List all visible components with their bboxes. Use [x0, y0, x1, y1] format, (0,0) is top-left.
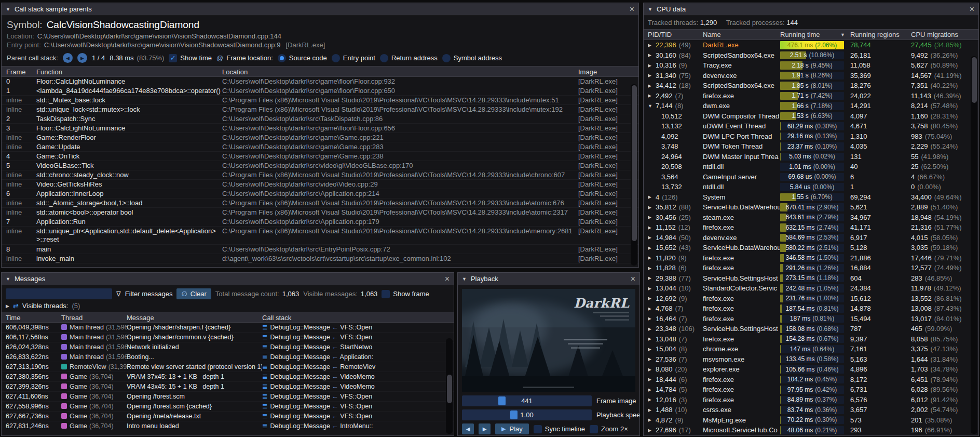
callstack-frame-row[interactable]: inlineVideo::GetTicksHiResC:\Users\wolf\… [2, 180, 638, 189]
cpu-process-row[interactable]: ▶10,316(9)Tracy.exe2.18 s(9.45%)11,0585,… [644, 60, 978, 71]
scrollbar-thumb[interactable] [632, 85, 637, 241]
close-icon[interactable]: × [445, 275, 450, 283]
message-callstack-link[interactable]: ≣DebugLog::Message ← VFS::Open [262, 323, 454, 332]
close-icon[interactable]: × [630, 5, 634, 14]
cpu-process-row[interactable]: ▶27,536(7)msvsmon.exe133.45 ms(0.58%)5,1… [644, 354, 978, 365]
close-icon[interactable]: × [970, 5, 974, 14]
expand-arrow-icon[interactable]: ▶ [648, 245, 653, 250]
message-filter-input[interactable] [6, 288, 112, 299]
message-row[interactable]: 627,380,356nsGame(36,704)VRAM 37x45: 13 … [2, 372, 454, 382]
next-callstack-button[interactable]: ▶ [77, 53, 87, 63]
message-callstack-link[interactable]: ≣DebugLog::Message ← VFS::Open [262, 333, 454, 342]
cpu-process-row[interactable]: ▶13,048(7)firefox.exe154.28 ms(0.67%)9,3… [644, 334, 978, 345]
callstack-frame-row[interactable]: inlinestd::_Mutex_base::lockC:\Program F… [2, 96, 638, 105]
message-callstack-link[interactable]: ≣DebugLog::Message ← VFS::Open [262, 412, 454, 421]
message-callstack-link[interactable]: ≣DebugLog::Message ← VideoMemo [262, 382, 454, 391]
cpu-process-row[interactable]: ▼7,144(8)dwm.exe1.66 s(7.18%)14,2918,214… [644, 101, 978, 111]
callstack-frame-row[interactable]: 0Floor::CalcLightNoLuminanceC:\Users\wol… [2, 77, 638, 86]
message-callstack-link[interactable]: ≣DebugLog::Message ← Application: [262, 352, 454, 362]
cpu-process-row[interactable]: ▶4,768(7)firefox.exe187.54 ms(0.81%)14,8… [644, 303, 978, 314]
checkbox-checked-icon[interactable]: ✓ [169, 54, 177, 62]
cpu-process-row[interactable]: 10,512DWM Compositor Thread1.53 s(6.63%)… [644, 111, 978, 122]
collapse-arrow-icon[interactable]: ▼ [6, 7, 10, 12]
cpu-titlebar[interactable]: ▼ CPU data × [644, 3, 978, 16]
collapse-arrow-icon[interactable]: ▼ [6, 276, 10, 282]
col-name[interactable]: Name [703, 31, 780, 38]
callstack-frame-row[interactable]: 3Floor::CalcLightNoLuminanceC:\Users\wol… [2, 124, 638, 133]
next-frame-button[interactable]: ▶ [479, 423, 491, 434]
col-cpu-migrations[interactable]: CPU migrations [911, 31, 978, 38]
expand-arrow-icon[interactable]: ▶ [648, 417, 653, 422]
callstack-frame-row[interactable]: inlineGame::UpdateC:\Users\wolf\Desktop\… [2, 142, 638, 152]
cpu-process-row[interactable]: 4,092DWM LPC Port Thread29.16 ms(0.13%)1… [644, 131, 978, 142]
expand-arrow-icon[interactable]: ▶ [648, 428, 653, 433]
col-running-time[interactable]: Running time▼ [780, 31, 850, 38]
checkbox-icon[interactable] [382, 290, 390, 298]
callstack-frame-row[interactable]: 1<lambda_84a19dc444fae966ca174e83e708bdc… [2, 86, 638, 96]
cpu-process-row[interactable]: ▶11,152(12)firefox.exe632.15 ms(2.74%)41… [644, 222, 978, 233]
close-icon[interactable]: × [631, 275, 635, 283]
callstack-frame-row[interactable]: inlinestd::unique_ptr<Application,std::d… [2, 227, 638, 245]
message-callstack-link[interactable]: ≣DebugLog::Message ← RemoteViev [262, 362, 454, 372]
message-row[interactable]: 627,399,326nsGame(36,704)VRAM 43x45: 15 … [2, 382, 454, 392]
play-button[interactable]: ▶ Play [495, 423, 529, 434]
callstack-frame-row[interactable]: 2TaskDispatch::SyncC:\Users\wolf\Desktop… [2, 114, 638, 124]
message-row[interactable]: 626,024,328nsMain thread(31,596)Network … [2, 342, 454, 352]
radio-entry-point[interactable]: Entry point [332, 54, 375, 62]
cpu-process-row[interactable]: 20,508ntdll.dll1.01 ms(0.00%)4025(62.50%… [644, 162, 978, 172]
expand-arrow-icon[interactable]: ▶ [648, 73, 653, 78]
playback-speed-slider[interactable]: 1.00 [462, 409, 592, 420]
cpu-process-row[interactable]: ▶14,984(50)devenv.exe584.69 ms(2.53%)6,9… [644, 233, 978, 243]
col-running-regions[interactable]: Running regions [850, 31, 911, 38]
expand-arrow-icon[interactable]: ▶ [648, 225, 653, 230]
cpu-process-row[interactable]: ▶15,652(43)ServiceHub.DataWarehou580.22 … [644, 243, 978, 253]
expand-arrow-icon[interactable]: ▶ [648, 43, 653, 48]
callstack-frame-row[interactable]: inlinestd::_Atomic_storage<bool,1>::load… [2, 198, 638, 208]
col-pid-tid[interactable]: PID/TID [648, 31, 703, 38]
radio-selected-icon[interactable] [278, 54, 286, 62]
cpu-process-row[interactable]: ▶16,464(7)firefox.exe187 ms(0.81%)15,494… [644, 314, 978, 324]
expand-arrow-icon[interactable]: ▶ [648, 286, 653, 291]
cpu-process-row[interactable]: 24,964DWM Master Input Threa5.03 ms(0.02… [644, 152, 978, 162]
message-row[interactable]: 627,558,996nsGame(36,704)Opening /forest… [2, 402, 454, 412]
callstack-frame-row[interactable]: 8mainC:\Users\wolf\Desktop\darkrl\src\En… [2, 245, 638, 254]
cpu-process-row[interactable]: ▶4(126)System1.55 s(6.70%)69,29434,400(4… [644, 192, 978, 203]
callstack-frame-row[interactable]: inlinestd::chrono::steady_clock::nowC:\P… [2, 170, 638, 180]
cpu-process-row[interactable]: ▶30,160(84)ScriptedSandbox64.exe2.51 s(1… [644, 50, 978, 61]
cpu-process-row[interactable]: ▶23,348(106)ServiceHub.SettingsHost158.0… [644, 324, 978, 334]
cpu-process-row[interactable]: ▶1,488(10)csrss.exe83.74 ms(0.36%)3,6572… [644, 405, 978, 415]
checkbox-icon[interactable] [590, 425, 598, 433]
expand-arrow-icon[interactable]: ▼ [648, 103, 653, 109]
cpu-table-header[interactable]: PID/TID Name Running time▼ Running regio… [644, 29, 978, 40]
expand-arrow-icon[interactable]: ▶ [6, 303, 9, 309]
cpu-process-row[interactable]: ▶14,784(5)firefox.exe97.95 ms(0.42%)6,73… [644, 385, 978, 395]
expand-arrow-icon[interactable]: ▶ [648, 377, 653, 382]
cpu-process-row[interactable]: ▶22,396(49)DarkRL.exe476.1 ms(2.06%)78,7… [644, 40, 978, 50]
expand-arrow-icon[interactable]: ▶ [648, 326, 653, 332]
clear-filter-button[interactable]: ∅ Clear [176, 288, 211, 299]
sync-timeline-checkbox[interactable]: Sync timeline [534, 425, 585, 433]
expand-arrow-icon[interactable]: ▶ [648, 397, 653, 402]
expand-arrow-icon[interactable]: ▶ [648, 336, 653, 341]
radio-icon[interactable] [442, 54, 451, 62]
cpu-process-row[interactable]: ▶11,828(6)firefox.exe291.26 ms(1.26%)16,… [644, 263, 978, 273]
radio-return-address[interactable]: Return address [380, 54, 438, 62]
callstack-frame-row[interactable]: inlinestd::atomic<bool>::operator boolC:… [2, 208, 638, 217]
zoom-2x-checkbox[interactable]: Zoom 2× [590, 425, 628, 433]
cpu-process-row[interactable]: ▶11,820(9)firefox.exe346.58 ms(1.50%)21,… [644, 253, 978, 263]
cpu-process-row[interactable]: ▶29,388(77)ServiceHub.SettingsHost273.15… [644, 273, 978, 284]
message-callstack-link[interactable]: ≣DebugLog::Message ← VFS::Open [262, 392, 454, 401]
collapse-arrow-icon[interactable]: ▼ [648, 7, 652, 12]
expand-arrow-icon[interactable]: ▶ [648, 316, 653, 321]
cpu-process-row[interactable]: 3,748DWM Token Thread23.37 ms(0.10%)4,03… [644, 141, 978, 152]
cpu-process-row[interactable]: 13,732ntdll.dll5.84 us(0.00%)10(0.00%) [644, 182, 978, 192]
radio-icon[interactable] [380, 54, 388, 62]
cpu-process-row[interactable]: ▶12,016(3)firefox.exe84.89 ms(0.37%)6,57… [644, 395, 978, 405]
cpu-process-row[interactable]: ▶12,692(9)firefox.exe231.76 ms(1.00%)15,… [644, 294, 978, 304]
message-row[interactable]: 627,667,736nsGame(36,704)Opening /meta/r… [2, 412, 454, 421]
expand-arrow-icon[interactable]: ▶ [648, 205, 653, 210]
expand-arrow-icon[interactable]: ▶ [648, 194, 653, 200]
previous-frame-button[interactable]: ◀ [462, 423, 474, 434]
expand-arrow-icon[interactable]: ▶ [648, 356, 653, 362]
cpu-process-row[interactable]: ▶18,444(6)firefox.exe104.2 ms(0.45%)8,17… [644, 375, 978, 385]
